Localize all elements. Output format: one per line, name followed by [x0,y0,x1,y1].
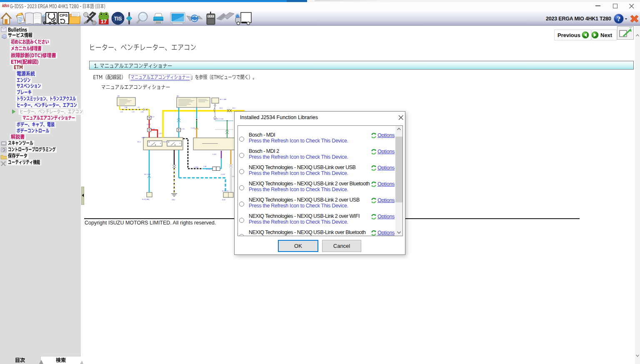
svg-text:E51: E51 [232,107,235,109]
svg-text:H-27: H-27 [151,116,155,118]
svg-text:A-1-CAB: A-1-CAB [220,99,226,100]
svg-text:2.0B: 2.0B [203,166,207,167]
svg-text:GND: GND [172,199,175,201]
svg-text:A6: A6 [177,95,179,97]
svg-text:HB2: HB2 [142,137,145,139]
svg-text:C-115: C-115 [181,128,185,130]
svg-text:H-28: H-28 [151,128,155,130]
svg-text:0.85R: 0.85R [147,124,151,125]
svg-text:J/C: J/C [138,107,140,108]
svg-text:1.25: 1.25 [132,111,135,113]
svg-text:15A: 15A [125,107,128,108]
svg-text:0.85: 0.85 [141,111,144,113]
svg-text:J/B: J/B [117,95,120,97]
svg-text:1.25Y: 1.25Y [158,133,162,135]
svg-text:2.0WB: 2.0WB [194,167,198,168]
svg-text:0.5GB 2 0.5GB: 0.5GB 2 0.5GB [214,118,224,120]
svg-text:M-13: M-13 [163,141,167,143]
svg-text:M-12: M-12 [138,141,141,143]
svg-text:B-68: B-68 [222,199,225,201]
svg-text:E51: E51 [220,107,223,109]
svg-text:Y-209: Y-209 [212,154,216,155]
svg-text:H4 2.0LB: H4 2.0LB [144,174,150,175]
svg-text:B-24(CAB): B-24(CAB) [142,199,149,200]
svg-text:B-67 B-66: B-67 B-66 [222,190,228,192]
svg-text:0.5LW: 0.5LW [221,174,225,175]
svg-text:Y-206: Y-206 [191,127,195,129]
svg-text:1.25: 1.25 [120,111,123,113]
svg-text:H-103 4: H-103 4 [206,169,212,170]
